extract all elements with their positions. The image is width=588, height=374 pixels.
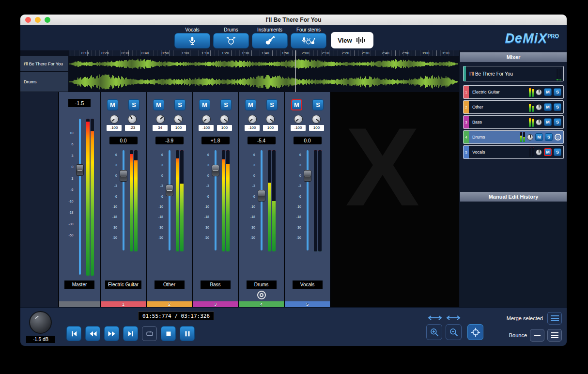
- solo-button[interactable]: S: [128, 99, 139, 110]
- db-scale: 630-3-6-10-18-30-50: [201, 153, 209, 239]
- rewind-button[interactable]: [85, 326, 100, 341]
- pan-knob[interactable]: [536, 149, 542, 156]
- isolation-target-icon[interactable]: [257, 291, 266, 299]
- pan-knob[interactable]: [536, 119, 542, 125]
- mixer-row-drums[interactable]: 4 Drums M S: [463, 130, 564, 144]
- pan-left-knob[interactable]: [248, 115, 257, 124]
- solo-button[interactable]: S: [554, 88, 561, 96]
- pan-left-knob[interactable]: [294, 115, 303, 124]
- mixer-row-electric-guitar[interactable]: 1 Electric Guitar M S: [463, 85, 564, 99]
- zoom-window-button[interactable]: [45, 17, 50, 23]
- pan-knob[interactable]: [536, 89, 542, 95]
- track-label-full-mix[interactable]: I'll Be There For You: [20, 56, 69, 72]
- mute-button[interactable]: M: [199, 99, 210, 110]
- pause-button[interactable]: [180, 326, 195, 341]
- zoom-in-button[interactable]: [426, 324, 442, 340]
- fader-handle[interactable]: [76, 164, 84, 176]
- skip-to-start-icon: [70, 329, 78, 338]
- channel-color-bar: 5: [285, 301, 330, 307]
- scale-mark: 6: [109, 153, 117, 156]
- fader-handle[interactable]: [212, 165, 219, 176]
- mute-button[interactable]: M: [107, 99, 118, 110]
- pan-right-knob[interactable]: [220, 115, 229, 124]
- mixer-row-vocals[interactable]: 5 Vocals M S: [463, 145, 564, 159]
- mixer-row-other[interactable]: 2 Other M S: [463, 100, 564, 114]
- pan-knob[interactable]: [527, 134, 533, 140]
- bounce-menu-button[interactable]: [547, 329, 562, 342]
- solo-button[interactable]: S: [220, 99, 232, 110]
- mute-button[interactable]: M: [544, 148, 552, 156]
- mute-button[interactable]: M: [535, 133, 543, 141]
- merge-selected-button[interactable]: [547, 312, 562, 325]
- rewind-icon: [89, 329, 97, 338]
- mute-button[interactable]: M: [245, 99, 256, 110]
- solo-button[interactable]: S: [554, 148, 561, 156]
- fader-handle[interactable]: [120, 170, 127, 182]
- close-window-button[interactable]: [25, 17, 31, 23]
- stem-drums-label: Drums: [224, 27, 238, 33]
- stem-four-stems-button[interactable]: [291, 33, 326, 48]
- pan-left-knob[interactable]: [156, 115, 165, 124]
- volume-fader[interactable]: [303, 149, 312, 253]
- mini-meter: [529, 117, 534, 127]
- fast-forward-button[interactable]: [104, 326, 119, 341]
- skip-to-start-button[interactable]: [66, 326, 81, 341]
- minimize-window-button[interactable]: [35, 17, 41, 23]
- track-label-drums[interactable]: Drums: [20, 72, 69, 92]
- time-display: 01:55:774 / 03:17:326: [138, 312, 214, 320]
- volume-fader[interactable]: [119, 149, 128, 253]
- stem-drums-button[interactable]: [213, 33, 249, 48]
- master-volume-fader[interactable]: [75, 118, 85, 278]
- volume-fader[interactable]: [165, 149, 174, 253]
- locate-playhead-button[interactable]: [467, 324, 483, 340]
- level-meter: [130, 149, 138, 253]
- skip-to-end-button[interactable]: [123, 326, 138, 341]
- volume-fader[interactable]: [211, 149, 220, 253]
- pan-knob[interactable]: [536, 104, 542, 110]
- mute-button[interactable]: M: [544, 103, 552, 111]
- stem-vocals-button[interactable]: [174, 33, 210, 48]
- volume-fader[interactable]: [257, 149, 266, 253]
- mixer-row-master[interactable]: I'll Be There For You: [463, 66, 564, 81]
- menu-lines-icon: [551, 315, 559, 322]
- mixer-row-bass[interactable]: 3 Bass M S: [463, 115, 564, 129]
- ruler-tick-label: 3:10: [442, 51, 449, 56]
- mute-button[interactable]: M: [544, 88, 552, 96]
- loop-button[interactable]: [142, 326, 157, 341]
- mute-button[interactable]: M: [153, 99, 164, 110]
- pan-right-knob[interactable]: [174, 115, 183, 124]
- sidebar-mixer-header: Mixer: [460, 52, 567, 62]
- pan-right-knob[interactable]: [266, 115, 275, 124]
- solo-button[interactable]: S: [545, 133, 553, 141]
- fader-handle[interactable]: [304, 170, 311, 182]
- fader-handle[interactable]: [258, 190, 265, 202]
- solo-button[interactable]: S: [312, 99, 324, 110]
- time-ruler[interactable]: 0:100:200:300:400:501:001:101:201:301:40…: [69, 50, 459, 56]
- pan-right-knob[interactable]: [312, 115, 321, 124]
- waveform-drums[interactable]: [69, 74, 458, 90]
- solo-button[interactable]: S: [554, 103, 561, 111]
- stop-button[interactable]: [161, 326, 176, 341]
- output-volume-knob[interactable]: [29, 311, 52, 334]
- waveform-full-mix[interactable]: [69, 58, 458, 70]
- track-color-tab: 3: [464, 116, 469, 128]
- solo-button[interactable]: S: [266, 99, 278, 110]
- playhead[interactable]: [295, 50, 296, 92]
- pan-right-knob[interactable]: [128, 115, 137, 124]
- mute-button[interactable]: M: [544, 118, 552, 126]
- view-button[interactable]: View: [331, 32, 373, 48]
- isolation-target-icon[interactable]: [555, 134, 561, 140]
- solo-button[interactable]: S: [174, 99, 186, 110]
- ruler-tick-label: 0:50: [161, 51, 169, 56]
- bounce-minus-button[interactable]: [530, 329, 544, 342]
- mute-button[interactable]: M: [291, 99, 302, 110]
- stem-instruments-button[interactable]: [252, 33, 288, 48]
- scale-mark: 0: [109, 174, 117, 177]
- pan-left-knob[interactable]: [110, 115, 119, 124]
- fader-handle[interactable]: [166, 185, 173, 196]
- pan-left-knob[interactable]: [202, 115, 211, 124]
- solo-button[interactable]: S: [554, 118, 561, 126]
- zoom-out-button[interactable]: [446, 324, 462, 340]
- channel-number: 2: [168, 302, 170, 307]
- scale-mark: 0: [293, 174, 301, 177]
